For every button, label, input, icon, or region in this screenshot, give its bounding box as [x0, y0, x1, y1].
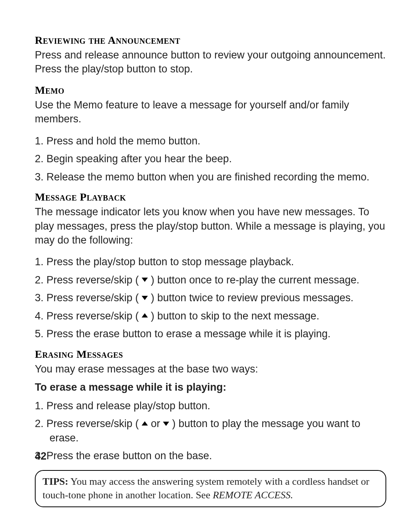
memo-steps: Press and hold the memo button. Begin sp…	[35, 134, 386, 184]
playback-steps: Press the play/stop button to stop messa…	[35, 255, 386, 341]
step-text: Press reverse/skip (	[46, 418, 139, 429]
list-item: Begin speaking after you hear the beep.	[35, 152, 386, 166]
list-item: Release the memo button when you are fin…	[35, 170, 386, 184]
list-item: Press the erase button on the base.	[35, 449, 386, 463]
triangle-up-icon	[142, 313, 148, 317]
erase-steps: Press and release play/stop button. Pres…	[35, 399, 386, 463]
list-item: Press reverse/skip ( or ) button to play…	[35, 417, 386, 445]
list-item: Press reverse/skip ( ) button once to re…	[35, 273, 386, 287]
heading-erasing: Erasing Messages	[35, 348, 386, 360]
list-item: Press reverse/skip ( ) button twice to r…	[35, 291, 386, 305]
step-text: or	[151, 418, 163, 429]
step-text: Press reverse/skip (	[46, 274, 139, 286]
body-reviewing: Press and release announce button to rev…	[35, 48, 386, 76]
list-item: Press and release play/stop button.	[35, 399, 386, 413]
step-text: ) button to skip to the next message.	[151, 310, 319, 322]
triangle-up-icon	[142, 421, 148, 426]
body-memo: Use the Memo feature to leave a message …	[35, 98, 386, 126]
step-text: ) button twice to review previous messag…	[151, 292, 354, 304]
section-reviewing-announcement: Reviewing the Announcement Press and rel…	[35, 34, 386, 76]
tips-callout: TIPS: You may access the answering syste…	[35, 470, 386, 507]
section-erasing-messages: Erasing Messages You may erase messages …	[35, 348, 386, 507]
tips-body: You may access the answering system remo…	[43, 476, 369, 501]
section-memo: Memo Use the Memo feature to leave a mes…	[35, 84, 386, 184]
heading-reviewing: Reviewing the Announcement	[35, 34, 386, 46]
step-text: ) button once to re-play the current mes…	[151, 274, 360, 286]
section-message-playback: Message Playback The message indicator l…	[35, 191, 386, 341]
triangle-down-icon	[142, 296, 148, 300]
subheading-erase-playing: To erase a message while it is playing:	[35, 381, 386, 393]
triangle-down-icon	[163, 422, 169, 426]
list-item: Press and hold the memo button.	[35, 134, 386, 148]
body-erasing: You may erase messages at the base two w…	[35, 362, 386, 376]
list-item: Press the play/stop button to stop messa…	[35, 255, 386, 269]
triangle-down-icon	[142, 278, 148, 282]
tips-reference: REMOTE ACCESS.	[213, 489, 293, 501]
step-text: Press reverse/skip (	[46, 292, 139, 304]
heading-playback: Message Playback	[35, 191, 386, 203]
list-item: Press the erase button to erase a messag…	[35, 327, 386, 341]
page-number: 42	[35, 450, 46, 462]
list-item: Press reverse/skip ( ) button to skip to…	[35, 309, 386, 323]
step-text: Press reverse/skip (	[46, 310, 139, 322]
heading-memo: Memo	[35, 84, 386, 96]
manual-page: Reviewing the Announcement Press and rel…	[0, 0, 418, 532]
tips-label: TIPS:	[43, 476, 68, 487]
body-playback: The message indicator lets you know when…	[35, 205, 386, 247]
tips-text: TIPS: You may access the answering syste…	[43, 475, 379, 502]
